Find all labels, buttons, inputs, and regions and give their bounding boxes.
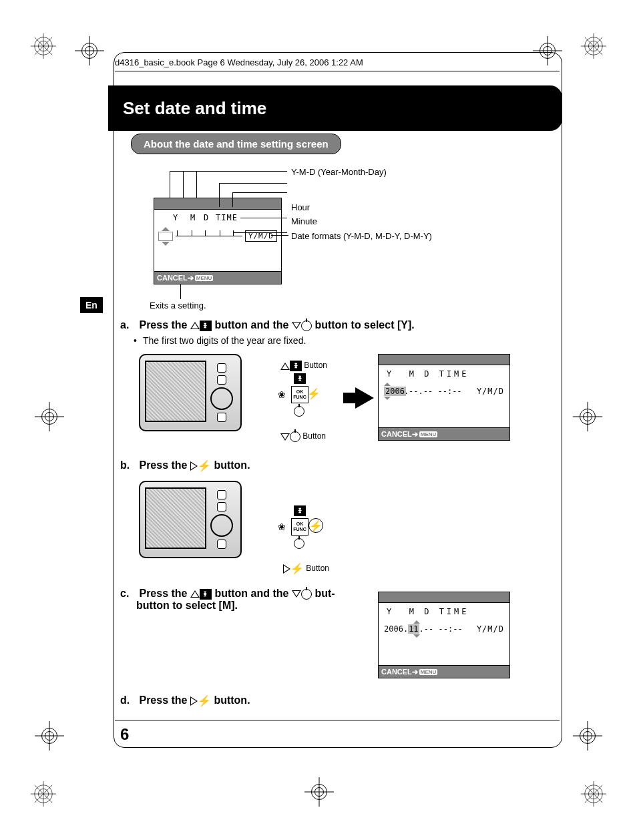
label-minute: Minute bbox=[291, 216, 317, 226]
registration-mark-icon bbox=[578, 407, 597, 426]
right-arrow-icon bbox=[355, 387, 374, 409]
exposure-icon: ⧱ bbox=[290, 361, 302, 371]
timer-icon bbox=[294, 538, 304, 549]
up-triangle-icon bbox=[280, 363, 290, 370]
lcd-screen-year: Y M D TIME 2006.--.-- --:-- 2006 Y/M/D C… bbox=[378, 354, 510, 441]
flash-icon: ⚡ bbox=[307, 387, 321, 400]
down-triangle-icon bbox=[280, 433, 290, 441]
down-triangle-icon bbox=[292, 322, 301, 329]
step-a: a. Press the ⧱ button and the button to … bbox=[120, 319, 415, 331]
camera-illustration bbox=[139, 481, 242, 558]
ok-func-button: OKFUNC bbox=[291, 386, 308, 403]
flower-icon: ❀ bbox=[278, 389, 286, 400]
dpad-down-label: Button bbox=[280, 431, 326, 442]
header-text: d4316_basic_e.book Page 6 Wednesday, Jul… bbox=[115, 57, 363, 67]
label-exits: Exits a setting. bbox=[150, 300, 206, 310]
section-title: Set date and time bbox=[123, 98, 266, 119]
flash-icon: ⚡ bbox=[309, 519, 323, 532]
dpad-diagram: ⧱ ❀ ⚡ OKFUNC bbox=[279, 506, 319, 546]
crop-mark-icon bbox=[581, 33, 606, 59]
registration-mark-icon bbox=[40, 726, 59, 745]
label-ymd: Y-M-D (Year-Month-Day) bbox=[291, 167, 387, 177]
timer-icon bbox=[301, 321, 312, 331]
crop-mark-icon bbox=[31, 33, 56, 59]
down-triangle-icon bbox=[292, 590, 301, 598]
registration-mark-icon bbox=[310, 783, 329, 801]
exposure-icon: ⧱ bbox=[294, 373, 306, 384]
exposure-icon: ⧱ bbox=[200, 321, 212, 331]
registration-mark-icon bbox=[40, 407, 59, 426]
step-d: d. Press the ⚡ button. bbox=[120, 694, 250, 707]
flower-icon: ❀ bbox=[278, 521, 286, 532]
dpad-up-label: ⧱ Button bbox=[280, 361, 327, 371]
exposure-icon: ⧱ bbox=[200, 589, 212, 600]
page-number: 6 bbox=[120, 725, 129, 744]
ok-func-button: OKFUNC bbox=[291, 518, 308, 536]
right-triangle-icon bbox=[283, 564, 290, 574]
label-hour: Hour bbox=[291, 202, 310, 212]
label-formats: Date formats (Y-M-D, M-D-Y, D-M-Y) bbox=[291, 231, 432, 241]
flash-icon: ⚡ bbox=[198, 694, 211, 707]
section-title-bar: Set date and time bbox=[108, 85, 562, 131]
up-triangle-icon bbox=[190, 322, 200, 329]
right-triangle-icon bbox=[190, 696, 198, 706]
step-b: b. Press the ⚡ button. bbox=[120, 459, 250, 472]
dpad-right-label: ⚡ Button bbox=[283, 562, 329, 575]
language-tab: En bbox=[80, 297, 103, 313]
footer-rule bbox=[115, 720, 560, 720]
step-c: c. Press the ⧱ button and the but- butto… bbox=[120, 588, 381, 612]
step-a-note: The first two digits of the year are fix… bbox=[143, 335, 306, 346]
registration-mark-icon bbox=[578, 726, 597, 745]
dpad-diagram: ⧱ ❀ ⚡ OKFUNC bbox=[279, 374, 319, 414]
cancel-bar: CANCEL➔MENU bbox=[154, 271, 281, 284]
timer-icon bbox=[301, 589, 312, 600]
up-triangle-icon bbox=[190, 590, 200, 598]
crop-mark-icon bbox=[581, 781, 606, 807]
flash-icon: ⚡ bbox=[198, 459, 211, 472]
exposure-icon: ⧱ bbox=[294, 505, 306, 516]
right-triangle-icon bbox=[190, 461, 198, 471]
lcd-diagram: Y M D TIME Y/M/D CANCEL➔MENU bbox=[154, 198, 282, 284]
timer-icon bbox=[294, 406, 304, 417]
timer-icon bbox=[290, 431, 300, 442]
registration-mark-icon bbox=[80, 41, 99, 60]
lcd-screen-month: Y M D TIME 2006.11.-- --:-- Y/M/D CANCEL… bbox=[378, 592, 510, 678]
page-header: d4316_basic_e.book Page 6 Wednesday, Jul… bbox=[115, 57, 363, 67]
crop-mark-icon bbox=[31, 781, 56, 807]
subsection-title: About the date and time setting screen bbox=[131, 134, 341, 154]
flash-icon: ⚡ bbox=[290, 562, 304, 575]
camera-illustration bbox=[139, 354, 242, 431]
